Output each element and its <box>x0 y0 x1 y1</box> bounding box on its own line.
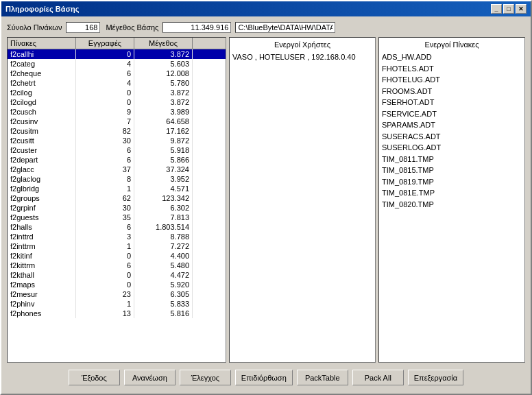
tables-panel: Πίνακες Εγγραφές Μέγεθος f2callhi 0 3.87… <box>7 37 226 363</box>
table-row[interactable]: f2halls 6 1.803.514 <box>8 222 226 232</box>
cell-size: 3.872 <box>134 49 193 59</box>
cell-name: f2maps <box>8 280 76 289</box>
table-row[interactable]: f2grpinf 30 6.302 <box>8 203 226 213</box>
active-table-item: FSERHOT.ADT <box>382 97 522 108</box>
cell-name: f2cilog <box>8 88 76 97</box>
cell-name: f2cusitm <box>8 126 76 136</box>
close-button[interactable]: ✕ <box>516 4 527 14</box>
check-button[interactable]: Έλεγχος <box>180 370 231 385</box>
table-row[interactable]: f2phinv 1 5.833 <box>8 299 226 309</box>
table-row[interactable]: f2guests 35 7.813 <box>8 213 226 222</box>
cell-size: 5.603 <box>134 59 193 69</box>
cell-size: 37.324 <box>134 165 193 174</box>
cell-name: f2callhi <box>8 49 76 59</box>
table-row[interactable]: f2groups 62 123.342 <box>8 193 226 203</box>
cell-size: 5.833 <box>134 299 193 309</box>
title-bar: Πληροφορίες Βάσης _ □ ✕ <box>1 1 531 16</box>
cell-size: 64.658 <box>134 117 193 126</box>
cell-records: 6 <box>76 222 134 232</box>
table-row[interactable]: f2phones 13 5.816 <box>8 309 226 318</box>
db-path-input[interactable] <box>235 22 335 33</box>
table-row[interactable]: f2custer 6 5.918 <box>8 145 226 155</box>
cell-size: 5.480 <box>134 261 193 270</box>
cell-records: 37 <box>76 165 134 174</box>
cell-size: 5.780 <box>134 78 193 88</box>
cell-size: 7.272 <box>134 241 193 251</box>
cell-records: 7 <box>76 117 134 126</box>
cell-records: 62 <box>76 193 134 203</box>
table-row[interactable]: f2kitinf 0 4.400 <box>8 251 226 261</box>
cell-records: 6 <box>76 145 134 155</box>
cell-records: 0 <box>76 97 134 107</box>
table-row[interactable]: f2cilogd 0 3.872 <box>8 97 226 107</box>
table-row[interactable]: f2cilog 0 3.872 <box>8 88 226 97</box>
refresh-button[interactable]: Ανανέωση <box>124 370 176 385</box>
cell-size: 6.305 <box>134 289 193 299</box>
active-table-item: TIM_081E.TMP <box>382 187 522 199</box>
table-row[interactable]: f2depart 6 5.866 <box>8 155 226 165</box>
active-table-item: TIM_0811.TMP <box>382 154 522 165</box>
cell-records: 4 <box>76 59 134 69</box>
cell-name: f2inttrd <box>8 232 76 241</box>
table-row[interactable]: f2glacc 37 37.324 <box>8 165 226 174</box>
cell-name: f2cheque <box>8 69 76 78</box>
maximize-button[interactable]: □ <box>503 4 514 14</box>
cell-records: 30 <box>76 203 134 213</box>
cell-size: 5.918 <box>134 145 193 155</box>
table-row[interactable]: f2callhi 0 3.872 <box>8 49 226 59</box>
active-tables-block: Ενεργοί Πίνακες ADS_HW.ADDFHOTELS.ADTFHO… <box>378 37 525 363</box>
table-row[interactable]: f2cusinv 7 64.658 <box>8 117 226 126</box>
cell-name: f2mesur <box>8 289 76 299</box>
pack-table-button[interactable]: PackTable <box>297 370 348 385</box>
table-row[interactable]: f2maps 0 5.920 <box>8 280 226 289</box>
table-row[interactable]: f2inttrm 1 7.272 <box>8 241 226 251</box>
cell-size: 12.008 <box>134 69 193 78</box>
cell-size: 9.872 <box>134 136 193 145</box>
table-row[interactable]: f2inttrd 3 8.788 <box>8 232 226 241</box>
cell-records: 0 <box>76 280 134 289</box>
active-tables-panel: Ενεργοί Πίνακες ADS_HW.ADDFHOTELS.ADTFHO… <box>378 37 525 363</box>
cell-name: f2halls <box>8 222 76 232</box>
total-tables-input[interactable] <box>66 22 100 33</box>
active-table-item: FHOTELUG.ADT <box>382 74 522 86</box>
repair-button[interactable]: Επιδιόρθωση <box>235 370 293 385</box>
table-row[interactable]: f2glaclog 8 3.952 <box>8 174 226 184</box>
table-row[interactable]: f2glbridg 1 4.571 <box>8 184 226 193</box>
col-header-megethos: Μέγεθος <box>134 38 193 49</box>
bottom-buttons: Έξοδος Ανανέωση Έλεγχος Επιδιόρθωση Pack… <box>7 367 525 388</box>
pack-all-button[interactable]: Pack All <box>352 370 404 385</box>
table-row[interactable]: f2cusch 9 3.989 <box>8 107 226 117</box>
table-header-row: Πίνακες Εγγραφές Μέγεθος <box>8 38 226 49</box>
cell-name: f2cusinv <box>8 117 76 126</box>
table-body[interactable]: f2callhi 0 3.872 f2categ 4 5.603 f2chequ… <box>8 49 226 362</box>
table-row[interactable]: f2categ 4 5.603 <box>8 59 226 69</box>
table-row[interactable]: f2chetrt 4 5.780 <box>8 78 226 88</box>
cell-name: f2cilogd <box>8 97 76 107</box>
table-row[interactable]: f2kittrm 6 5.480 <box>8 261 226 270</box>
exit-button[interactable]: Έξοδος <box>69 370 120 385</box>
cell-records: 8 <box>76 174 134 184</box>
active-users-block: Ενεργοί Χρήστες VASO , HOTELUSER , 192.1… <box>229 37 376 363</box>
window-title: Πληροφορίες Βάσης <box>5 5 79 13</box>
main-area: Πίνακες Εγγραφές Μέγεθος f2callhi 0 3.87… <box>7 37 525 363</box>
active-table-item: ADS_HW.ADD <box>382 51 522 63</box>
cell-records: 0 <box>76 251 134 261</box>
cell-records: 0 <box>76 88 134 97</box>
table-row[interactable]: f2mesur 23 6.305 <box>8 289 226 299</box>
table-row[interactable]: f2cusitm 82 17.162 <box>8 126 226 136</box>
processing-button[interactable]: Επεξεργασία <box>408 370 463 385</box>
window-content: Σύνολο Πινάκων Μέγεθος Βάσης Πίνακες Εγγ… <box>1 16 531 394</box>
db-size-input[interactable] <box>162 22 231 33</box>
cell-size: 8.788 <box>134 232 193 241</box>
table-row[interactable]: f2cusitt 30 9.872 <box>8 136 226 145</box>
table-row[interactable]: f2cheque 6 12.008 <box>8 69 226 78</box>
cell-size: 5.816 <box>134 309 193 318</box>
table-row[interactable]: f2kthall 0 4.472 <box>8 270 226 280</box>
cell-records: 35 <box>76 213 134 222</box>
cell-size: 7.813 <box>134 213 193 222</box>
top-info-row: Σύνολο Πινάκων Μέγεθος Βάσης <box>7 22 525 33</box>
minimize-button[interactable]: _ <box>491 4 502 14</box>
cell-size: 4.571 <box>134 184 193 193</box>
cell-records: 9 <box>76 107 134 117</box>
active-table-item: SUSERLOG.ADT <box>382 142 522 154</box>
